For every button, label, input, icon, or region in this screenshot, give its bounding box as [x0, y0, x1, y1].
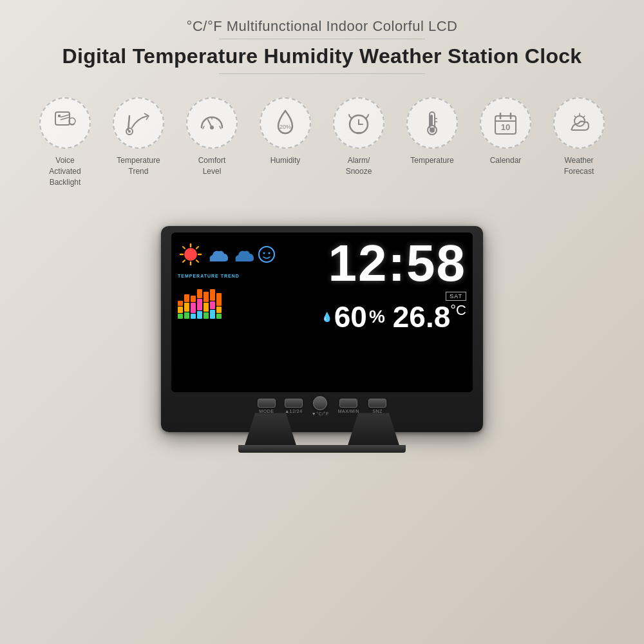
bar-chart — [178, 280, 295, 319]
bar-seg — [191, 303, 196, 313]
bar-seg — [204, 303, 209, 312]
svg-line-37 — [196, 260, 198, 262]
divider-1 — [219, 39, 425, 39]
temp-unit: °C — [450, 302, 466, 319]
bar-seg — [197, 299, 202, 310]
bar-seg — [184, 312, 189, 319]
bar-group-3 — [191, 296, 196, 319]
bar-group-5 — [204, 292, 209, 319]
bar-seg — [197, 311, 202, 319]
feature-circle-temperature — [406, 97, 458, 149]
clock-screen: TEMPERATURE TREND — [171, 232, 473, 392]
features-row: VoiceActivatedBacklight TemperatureTrend — [20, 97, 624, 187]
feature-label-weather: WeatherForecast — [564, 155, 594, 177]
feature-label-temperature: Temperature — [410, 155, 453, 166]
bar-seg — [178, 301, 183, 306]
bar-seg — [216, 307, 222, 313]
clock-device-wrapper: TEMPERATURE TREND — [155, 207, 489, 451]
stand-leg-left — [245, 413, 296, 445]
bar-group-2 — [184, 294, 189, 319]
feature-calendar: 10 Calendar — [473, 97, 538, 166]
svg-point-42 — [269, 252, 270, 254]
svg-point-18 — [430, 128, 435, 133]
feature-circle-humidity: 20% — [260, 97, 311, 149]
bar-group-6 — [210, 289, 215, 319]
alarm-icon — [334, 99, 383, 147]
feature-label-alarm: Alarm/Snooze — [346, 155, 372, 177]
bar-seg — [178, 314, 183, 319]
divider-2 — [219, 73, 425, 74]
svg-line-39 — [183, 260, 185, 262]
voice-icon — [41, 99, 90, 147]
bar-seg — [210, 301, 215, 309]
bar-seg — [216, 314, 222, 319]
trend-section: TEMPERATURE TREND — [178, 274, 295, 388]
1224-button[interactable] — [285, 399, 303, 408]
page-content: °C/°F Multifunctional Indoor Colorful LC… — [0, 0, 644, 644]
cloud2-svg — [232, 245, 255, 264]
bottom-row: 💧 60 % SAT 26.8 °C — [321, 292, 466, 332]
humidity-icon: 20% — [261, 99, 310, 147]
bar-seg — [191, 296, 196, 302]
trend-label: TEMPERATURE TREND — [178, 274, 295, 278]
svg-point-40 — [259, 247, 274, 262]
feature-circle-alarm — [333, 97, 384, 149]
feature-weather: WeatherForecast — [547, 97, 611, 177]
feature-circle-temp-trend — [113, 97, 164, 149]
svg-rect-1 — [58, 115, 61, 117]
drop-icon: 💧 — [321, 312, 332, 322]
subtitle: °C/°F Multifunctional Indoor Colorful LC… — [62, 18, 582, 35]
svg-line-29 — [574, 116, 576, 117]
main-title: Digital Temperature Humidity Weather Sta… — [62, 44, 582, 68]
btn-snz-group: SNZ — [368, 399, 386, 413]
screen-right: 12:58 💧 60 % SAT 26.8 °C — [300, 232, 473, 392]
stand-leg-right — [348, 413, 399, 445]
feature-alarm: Alarm/Snooze — [327, 97, 391, 177]
btn-maxmin-group: MAX/MIN — [338, 399, 359, 413]
bar-seg — [204, 312, 209, 319]
bar-seg — [210, 289, 215, 301]
feature-temperature: Temperature — [400, 97, 464, 166]
day-badge: SAT — [446, 292, 466, 301]
bar-group-4 — [197, 289, 202, 319]
calendar-icon: 10 — [481, 99, 530, 147]
svg-line-36 — [183, 247, 185, 249]
maxmin-button[interactable] — [339, 399, 357, 408]
bar-group-7 — [216, 293, 222, 319]
temp-value: 26.8 — [393, 302, 451, 332]
stand-base — [238, 445, 406, 453]
feature-temp-trend: TemperatureTrend — [106, 97, 171, 177]
svg-text:20%: 20% — [279, 124, 291, 130]
weather-icon — [554, 99, 603, 147]
btn-1224-group: ▲12/24 — [285, 399, 303, 413]
title-section: °C/°F Multifunctional Indoor Colorful LC… — [62, 0, 582, 79]
bar-seg — [191, 314, 196, 319]
svg-line-9 — [220, 126, 221, 129]
humidity-value: 60 — [334, 302, 367, 332]
svg-point-5 — [128, 130, 131, 133]
humidity-pct: % — [369, 307, 385, 327]
svg-line-7 — [208, 120, 212, 128]
cloud1-svg — [206, 245, 229, 264]
temperature-icon — [408, 99, 457, 147]
feature-label-comfort: ComfortLevel — [198, 155, 226, 177]
bar-seg — [197, 289, 202, 298]
feature-comfort: ComfortLevel — [180, 97, 244, 177]
snz-button[interactable] — [368, 399, 386, 408]
mode-button[interactable] — [258, 399, 276, 408]
feature-label-calendar: Calendar — [490, 155, 522, 166]
sun-svg — [178, 242, 204, 267]
btn-mode-group: MODE — [258, 399, 276, 413]
feature-humidity: 20% Humidity — [253, 97, 317, 166]
feature-label-humidity: Humidity — [270, 155, 301, 166]
feature-circle-weather — [553, 97, 605, 149]
tcf-button[interactable] — [313, 396, 327, 410]
feature-label-temp-trend: TemperatureTrend — [117, 155, 160, 177]
svg-point-41 — [263, 252, 265, 254]
clock-stand — [225, 413, 419, 451]
svg-rect-19 — [430, 115, 433, 126]
svg-text:10: 10 — [501, 122, 510, 132]
bar-seg — [204, 292, 209, 302]
bar-group-1 — [178, 301, 183, 319]
bar-seg — [184, 303, 189, 312]
